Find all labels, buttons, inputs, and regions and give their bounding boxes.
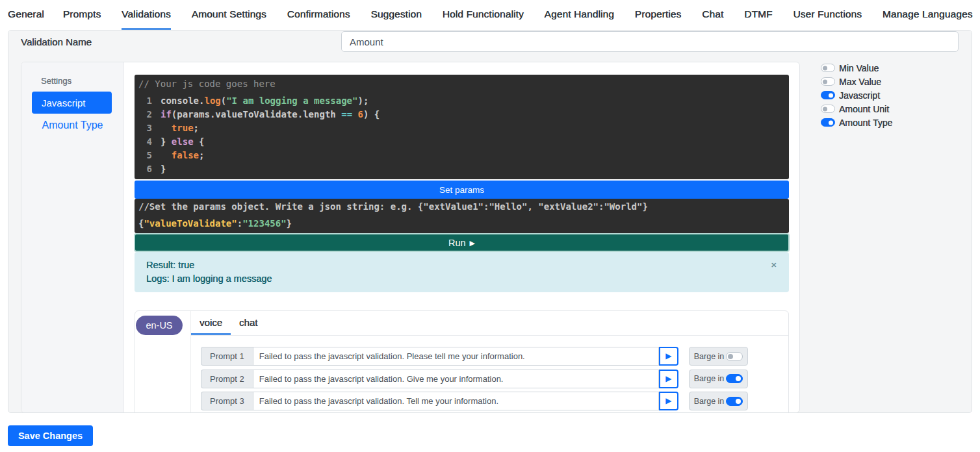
language-tab-en-us[interactable]: en-US	[136, 316, 183, 335]
tab-agent-handling[interactable]: Agent Handling	[545, 8, 614, 31]
toggle-min-value[interactable]	[821, 64, 835, 72]
line-number: 4	[135, 135, 161, 149]
code-text: true;	[161, 121, 199, 135]
code-token	[161, 150, 172, 160]
prompt-text-input[interactable]	[253, 392, 659, 410]
prompt-text-input[interactable]	[253, 370, 659, 388]
settings-card: Settings Javascript Amount Type // Your …	[21, 62, 800, 413]
barge-in-label: Barge in	[694, 352, 725, 361]
params-editor[interactable]: //Set the params object. Write a json st…	[135, 199, 789, 233]
tab-amount-settings[interactable]: Amount Settings	[192, 8, 266, 31]
validation-name-label: Validation Name	[21, 36, 92, 47]
toggle-knob	[823, 66, 827, 70]
tab-voice[interactable]: voice	[191, 311, 231, 335]
tab-general[interactable]: General	[8, 8, 44, 31]
toggle-javascript[interactable]	[821, 91, 835, 99]
prompt-channel-panel: voicechat Prompt 1▶Barge inPrompt 2▶Barg…	[191, 311, 788, 413]
run-label: Run	[448, 238, 466, 248]
language-column: en-US	[135, 311, 191, 413]
tab-dtmf[interactable]: DTMF	[744, 8, 772, 31]
prompt-row: Prompt 1▶Barge in	[201, 347, 788, 366]
barge-in-label: Barge in	[694, 397, 725, 406]
tab-confirmations[interactable]: Confirmations	[287, 8, 350, 31]
logs-line: Logs: I am logging a message	[146, 272, 777, 286]
code-token: else	[172, 136, 194, 147]
close-icon[interactable]: ×	[771, 260, 777, 270]
toggle-knob	[736, 376, 741, 381]
set-params-button[interactable]: Set params	[135, 181, 789, 199]
barge-in-group: Barge in	[689, 392, 749, 410]
tab-validations[interactable]: Validations	[122, 8, 171, 31]
settings-title: Settings	[41, 76, 123, 86]
toggle-label: Max Value	[839, 77, 881, 87]
toggle-amount-unit[interactable]	[821, 105, 835, 113]
tab-suggestion[interactable]: Suggestion	[370, 8, 422, 31]
prompt-row: Prompt 2▶Barge in	[201, 370, 788, 388]
feature-toggle-row: Min Value	[821, 64, 972, 72]
tab-chat[interactable]: Chat	[702, 8, 723, 31]
prompts-card: en-US voicechat Prompt 1▶Barge inPrompt …	[135, 310, 789, 413]
code-text: }	[161, 162, 166, 176]
code-line: 3 true;	[135, 121, 789, 135]
prompt-text-input[interactable]	[253, 347, 659, 366]
prompt-channel-tabs: voicechat	[191, 311, 788, 336]
code-text: console.log("I am logging a message");	[161, 94, 368, 108]
play-prompt-button[interactable]: ▶	[659, 392, 678, 410]
feature-toggle-row: Max Value	[821, 77, 972, 86]
play-prompt-button[interactable]: ▶	[659, 370, 678, 388]
code-line: 4} else {	[135, 135, 789, 149]
code-line: 6}	[135, 162, 789, 176]
code-token: );	[357, 95, 368, 106]
barge-in-toggle[interactable]	[726, 397, 743, 406]
code-token: }	[161, 164, 166, 174]
line-number: 6	[135, 162, 161, 176]
prompt-rows: Prompt 1▶Barge inPrompt 2▶Barge inPrompt…	[191, 336, 788, 410]
code-token: .	[298, 109, 303, 119]
validation-name-input[interactable]	[341, 31, 959, 52]
code-token: {	[194, 136, 205, 147]
prompt-label: Prompt 3	[201, 392, 253, 410]
code-token: ==	[341, 109, 352, 119]
code-token: 6	[358, 109, 363, 119]
tab-hold-functionality[interactable]: Hold Functionality	[443, 8, 524, 31]
tab-manage-languages[interactable]: Manage Languages	[883, 8, 973, 31]
run-button[interactable]: Run▶	[135, 234, 788, 251]
barge-in-toggle[interactable]	[726, 374, 743, 383]
validation-card: Validation Name Settings Javascript Amou…	[8, 30, 972, 413]
sidebar-item-javascript[interactable]: Javascript	[32, 92, 112, 114]
sidebar-item-amount-type[interactable]: Amount Type	[21, 119, 123, 131]
toggle-max-value[interactable]	[821, 77, 835, 86]
prompt-label: Prompt 2	[201, 370, 253, 388]
tab-chat[interactable]: chat	[231, 311, 266, 335]
code-token: console	[161, 95, 199, 106]
toggle-label: Amount Unit	[839, 104, 889, 114]
code-token: log	[204, 95, 220, 106]
save-changes-button[interactable]: Save Changes	[8, 425, 93, 446]
code-line: 1console.log("I am logging a message");	[135, 94, 789, 108]
settings-sidebar: Settings Javascript Amount Type	[21, 62, 124, 412]
tab-properties[interactable]: Properties	[635, 8, 682, 31]
code-token: false	[172, 150, 199, 160]
tab-user-functions[interactable]: User Functions	[793, 8, 862, 31]
barge-in-toggle[interactable]	[726, 352, 743, 361]
code-token: params	[177, 109, 210, 119]
toggle-amount-type[interactable]	[821, 118, 835, 127]
code-hint-comment: // Your js code goes here	[135, 77, 789, 91]
code-line: 2if(params.valueToValidate.length == 6) …	[135, 108, 789, 121]
code-text: } else {	[161, 135, 204, 149]
tab-prompts[interactable]: Prompts	[63, 8, 101, 31]
result-alert: Result: true Logs: I am logging a messag…	[135, 252, 789, 292]
toggle-knob	[829, 120, 833, 125]
code-token: ;	[199, 150, 204, 160]
prompt-row: Prompt 3▶Barge in	[201, 392, 788, 410]
code-text: if(params.valueToValidate.length == 6) {	[161, 108, 380, 121]
code-token: }	[161, 136, 172, 147]
code-token: ) {	[363, 109, 380, 119]
play-prompt-button[interactable]: ▶	[659, 347, 678, 366]
toggle-knob	[823, 79, 827, 84]
code-line: 5 false;	[135, 149, 789, 162]
toggle-label: Min Value	[839, 63, 879, 73]
feature-toggle-row: Amount Type	[821, 118, 972, 127]
feature-toggle-row: Javascript	[821, 91, 972, 99]
js-code-editor[interactable]: // Your js code goes here1console.log("I…	[135, 75, 789, 179]
